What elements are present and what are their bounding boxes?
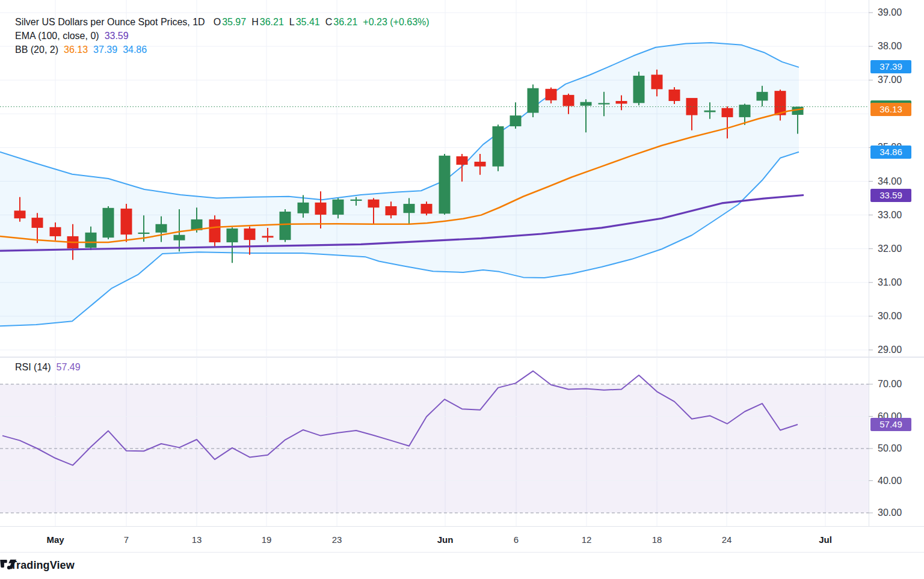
price-axis-label: 37.00	[878, 74, 902, 86]
footer: TradingView	[0, 551, 924, 579]
time-axis-label: 6	[514, 535, 519, 545]
candle-body	[103, 208, 114, 237]
candle-body	[722, 108, 733, 117]
candle-body	[439, 156, 451, 213]
price-axis-label: 34.00	[878, 176, 902, 188]
time-axis-label: 24	[722, 535, 732, 545]
rsi-axis-label: 70.00	[878, 378, 902, 390]
candle-body	[510, 115, 522, 126]
rsi-indicator-name[interactable]: RSI (14)	[15, 361, 51, 373]
rsi-grid	[0, 357, 869, 526]
candle-body	[563, 95, 574, 106]
rsi-legend-row[interactable]: RSI (14) 57.49	[15, 361, 81, 373]
candle-body	[138, 233, 150, 234]
candle-body	[421, 204, 433, 213]
candle-body	[121, 209, 132, 234]
candle-body	[528, 88, 539, 113]
candle-body	[651, 75, 663, 89]
time-axis-label: 13	[192, 535, 202, 545]
bb-indicator-name[interactable]: BB (20, 2)	[15, 44, 58, 55]
price-axis-label: 31.00	[878, 277, 902, 289]
rsi-axis-label: 40.00	[878, 475, 902, 487]
candle-body	[50, 227, 61, 236]
price-axis-label: 32.00	[878, 243, 902, 255]
candle-body	[669, 90, 680, 101]
ohlc-low: L35.41	[289, 16, 320, 28]
tradingview-logo-icon[interactable]	[0, 559, 17, 572]
candle-body	[616, 101, 627, 103]
candle-body	[386, 206, 397, 215]
rsi-axis-label: 30.00	[878, 507, 902, 519]
candle-body	[32, 218, 43, 228]
candle-body	[156, 224, 167, 233]
candle-body	[633, 76, 645, 103]
chart-root: Silver US Dollars per Ounce Spot Prices,…	[0, 0, 924, 579]
ohlc-open: O35.97	[214, 16, 247, 28]
price-axis-label: 30.00	[878, 310, 902, 322]
price-axis-label: 39.00	[878, 7, 902, 19]
candle-body	[85, 233, 97, 248]
price-axis-label: 29.00	[878, 344, 902, 356]
price-axis-label: 33.00	[878, 209, 902, 221]
candle-body	[457, 156, 468, 165]
ema-legend-row[interactable]: EMA (100, close, 0) 33.59	[15, 30, 129, 41]
main-legend-row[interactable]: Silver US Dollars per Ounce Spot Prices,…	[15, 16, 430, 28]
bb-lower-badge: 34.86	[870, 146, 911, 159]
candle-body	[280, 212, 291, 240]
time-axis-label: 23	[332, 535, 342, 545]
change-value: +0.23 (+0.63%)	[363, 16, 429, 28]
price-axis[interactable]: 39.0038.0037.0035.0034.0033.0032.0031.00…	[869, 0, 924, 526]
time-axis-label: Jun	[437, 535, 454, 545]
candle-body	[493, 126, 504, 167]
ema-badge: 33.59	[870, 189, 911, 202]
rsi-axis-label: 50.00	[878, 443, 902, 455]
bb-basis-value: 36.13	[64, 44, 88, 55]
candle-body	[404, 204, 415, 213]
time-axis-label: 19	[262, 535, 272, 545]
time-axis-label: 18	[652, 535, 662, 545]
candle-body	[599, 103, 610, 104]
candle-body	[368, 200, 380, 207]
candle-body	[227, 228, 238, 242]
bb-lower-value: 34.86	[123, 44, 147, 55]
bb-basis-badge: 36.13	[870, 103, 911, 116]
candle-body	[333, 200, 344, 215]
price-axis-label: 38.00	[878, 40, 902, 52]
candle-body	[298, 203, 309, 213]
time-axis-label: 12	[582, 535, 592, 545]
rsi-value: 57.49	[57, 361, 81, 373]
candle-body	[475, 162, 486, 167]
candle-body	[581, 102, 592, 106]
time-axis-label: Jul	[819, 535, 832, 545]
candle-body	[244, 228, 256, 240]
candle-body	[209, 219, 221, 242]
candle-body	[704, 111, 716, 112]
tradingview-logo-text[interactable]: TradingView	[10, 559, 75, 572]
candle-body	[351, 200, 362, 201]
symbol-title[interactable]: Silver US Dollars per Ounce Spot Prices,…	[15, 16, 205, 28]
candle-body	[14, 210, 26, 218]
candle-body	[757, 92, 768, 101]
candle-body	[546, 89, 557, 100]
ohlc-close: C36.21	[325, 16, 358, 28]
ema-value: 33.59	[105, 30, 129, 41]
candle-body	[262, 236, 274, 237]
bb-upper-value: 37.39	[93, 44, 117, 55]
candle-body	[315, 203, 327, 215]
time-axis-label: 7	[124, 535, 129, 545]
time-axis-label: May	[46, 535, 64, 545]
time-axis[interactable]: May7131923Jun6121824Jul	[0, 526, 924, 553]
candle-body	[174, 235, 185, 240]
bb-upper-badge: 37.39	[870, 60, 911, 73]
ohlc-high: H36.21	[251, 16, 284, 28]
rsi-pane[interactable]	[0, 357, 924, 526]
bb-legend-row[interactable]: BB (20, 2) 36.13 37.39 34.86	[15, 44, 147, 55]
ema-indicator-name[interactable]: EMA (100, close, 0)	[15, 30, 99, 41]
rsi-value-badge: 57.49	[870, 418, 911, 431]
